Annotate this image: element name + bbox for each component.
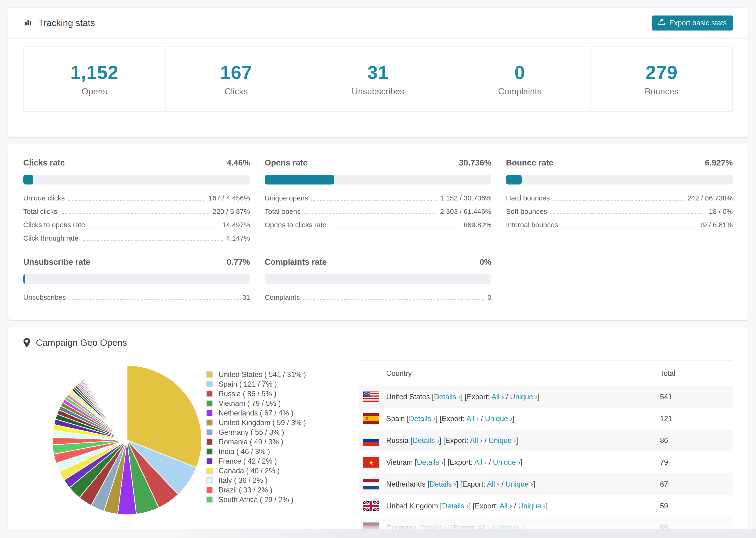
export-unique-link[interactable]: Unique › (493, 458, 520, 466)
legend-item: United Kingdom ( 59 / 3% ) (206, 418, 359, 427)
unsubscribes-count: 31 (367, 62, 389, 83)
bounce-rate-value: 6.927% (705, 158, 733, 167)
rate-detail-row: Soft bounces18 / 0% (506, 203, 733, 217)
opens-rate-value: 30.736% (459, 158, 491, 167)
export-all-link[interactable]: All › (487, 480, 499, 488)
complaints-rate-progressbar (265, 274, 491, 284)
table-row: Spain [Details ›] [Export: All › / Uniqu… (359, 408, 733, 430)
total-column-header: Total (660, 360, 733, 386)
legend-swatch (206, 410, 213, 416)
clicks-rate-value: 4.46% (227, 158, 250, 167)
rates-card: Clicks rate 4.46% Unique clicks167 / 4.4… (8, 144, 748, 320)
legend-swatch (206, 429, 213, 435)
export-all-link[interactable]: All › (491, 393, 504, 401)
export-unique-link[interactable]: Unique › (506, 480, 533, 488)
geo-table-wrap: Country Total United States [Details ›] … (359, 358, 733, 532)
unsubscribe-rate-title: Unsubscribe rate (23, 257, 90, 267)
legend-item: United States ( 541 / 31% ) (206, 370, 359, 379)
unsubscribe-rate-value: 0.77% (227, 257, 250, 267)
geo-opens-card: Campaign Geo Opens United States ( 541 /… (8, 327, 748, 532)
rate-detail-row: Click through rate4.147% (23, 230, 250, 243)
rate-detail-row: Internal bounces19 / 6.81% (506, 217, 733, 230)
us-flag-icon (359, 386, 386, 408)
country-cell: Vietnam [Details ›] [Export: All › / Uni… (386, 452, 660, 473)
legend-item: Romania ( 49 / 3% ) (206, 437, 359, 447)
export-unique-link[interactable]: Unique › (510, 393, 537, 401)
clicks-rate-progressbar (23, 175, 250, 185)
export-all-link[interactable]: All › (470, 436, 482, 445)
rate-detail-row: Complaints0 (265, 290, 491, 303)
export-basic-stats-button[interactable]: Export basic stats (652, 16, 733, 30)
geo-table: Country Total United States [Details ›] … (359, 360, 733, 532)
opens-count: 1,152 (70, 62, 118, 83)
stat-opens: 1,152 Opens (24, 47, 165, 111)
country-cell: United States [Details ›] [Export: All ›… (386, 386, 660, 408)
rate-detail-row: Unsubscribes31 (23, 290, 250, 303)
details-link[interactable]: Details › (434, 393, 460, 401)
bar-chart-icon (23, 18, 33, 28)
table-row: United States [Details ›] [Export: All ›… (359, 386, 733, 408)
rate-detail-row: Opens to clicks rate689.82% (265, 217, 491, 230)
legend-item: Germany ( 55 / 3% ) (206, 427, 359, 437)
legend-item: Vietnam ( 79 / 5% ) (206, 399, 359, 408)
country-cell: United Kingdom [Details ›] [Export: All … (386, 495, 660, 517)
details-link[interactable]: Details › (409, 414, 436, 423)
stat-unsubscribes: 31 Unsubscribes (307, 47, 449, 111)
legend-swatch (206, 381, 213, 387)
unsubscribe-rate-panel: Unsubscribe rate 0.77% Unsubscribes31 (23, 257, 250, 303)
complaints-rate-title: Complaints rate (265, 257, 327, 267)
gb-flag-icon (359, 495, 386, 517)
legend-swatch (206, 391, 213, 397)
summary-stats-row: 1,152 Opens 167 Clicks 31 Unsubscribes 0… (23, 46, 733, 112)
unsubscribe-rate-progressbar (23, 274, 250, 284)
bounce-rate-panel: Bounce rate 6.927% Hard bounces242 / 86.… (506, 158, 733, 243)
geo-pie-legend: United States ( 541 / 31% )Spain ( 121 /… (206, 358, 359, 505)
geo-opens-title: Campaign Geo Opens (23, 338, 127, 348)
legend-swatch (206, 400, 213, 406)
legend-swatch (206, 371, 213, 378)
export-all-link[interactable]: All › (499, 502, 512, 510)
bounce-rate-progressbar (506, 175, 733, 185)
legend-item: Italy ( 36 / 2% ) (206, 476, 359, 485)
geo-opens-title-text: Campaign Geo Opens (36, 338, 127, 348)
table-row: Vietnam [Details ›] [Export: All › / Uni… (359, 452, 733, 473)
table-row: United Kingdom [Details ›] [Export: All … (359, 495, 733, 517)
legend-swatch (206, 448, 213, 455)
country-cell: Russia [Details ›] [Export: All › / Uniq… (386, 430, 660, 452)
complaints-rate-value: 0% (479, 257, 491, 267)
legend-swatch (206, 487, 213, 493)
page-title: Tracking stats (38, 18, 95, 28)
details-link[interactable]: Details › (429, 480, 456, 488)
country-column-header: Country (386, 360, 660, 386)
total-cell: 79 (660, 452, 733, 473)
legend-item: India ( 46 / 3% ) (206, 447, 359, 456)
export-all-link[interactable]: All › (466, 414, 479, 423)
rate-detail-row: Clicks to opens rate14.497% (23, 217, 250, 230)
export-all-link[interactable]: All › (474, 458, 487, 466)
vn-flag-icon (359, 452, 386, 473)
geo-opens-header: Campaign Geo Opens (8, 327, 748, 358)
bounces-count: 279 (646, 62, 677, 83)
stat-complaints: 0 Complaints (449, 47, 590, 111)
complaints-rate-panel: Complaints rate 0% Complaints0 (265, 257, 491, 303)
clicks-rate-panel: Clicks rate 4.46% Unique clicks167 / 4.4… (23, 158, 250, 243)
rate-detail-row: Total clicks220 / 5.87% (23, 203, 250, 217)
legend-swatch (206, 477, 213, 484)
details-link[interactable]: Details › (442, 502, 469, 510)
export-unique-link[interactable]: Unique › (518, 502, 546, 510)
stat-bounces: 279 Bounces (590, 47, 732, 111)
legend-item: Russia ( 86 / 5% ) (206, 389, 359, 399)
rate-detail-row: Unique opens1,152 / 30.736% (265, 190, 491, 203)
legend-item: Netherlands ( 67 / 4% ) (206, 408, 359, 418)
es-flag-icon (359, 408, 386, 430)
export-unique-link[interactable]: Unique › (485, 414, 512, 423)
opens-rate-progressbar (265, 175, 491, 185)
export-unique-link[interactable]: Unique › (489, 436, 516, 445)
details-link[interactable]: Details › (417, 458, 444, 466)
page-bottom-band (0, 529, 756, 538)
legend-swatch (206, 419, 213, 426)
table-row: Russia [Details ›] [Export: All › / Uniq… (359, 430, 733, 452)
legend-item: Spain ( 121 / 7% ) (206, 379, 359, 389)
details-link[interactable]: Details › (412, 436, 439, 445)
stat-clicks: 167 Clicks (165, 47, 307, 111)
